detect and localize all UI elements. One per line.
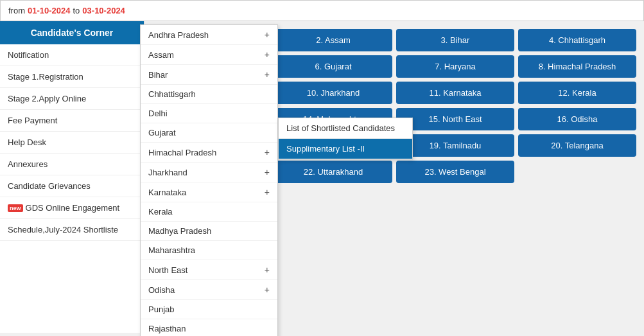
state-btn-8[interactable]: 8. Himachal Pradesh bbox=[518, 55, 636, 78]
expand-icon: + bbox=[265, 49, 270, 60]
dropdown-item-madhya-pradesh[interactable]: Madhya Pradesh bbox=[141, 222, 277, 241]
sub-popup-item-list-of-shortlisted-[interactable]: List of Shortlisted Candidates bbox=[279, 118, 412, 139]
state-btn-16[interactable]: 16. Odisha bbox=[518, 108, 636, 130]
sidebar-item-label: Candidate Grievances bbox=[8, 181, 91, 191]
sidebar-item-fee[interactable]: Fee Payment bbox=[0, 110, 144, 132]
date-prefix: from bbox=[8, 6, 25, 15]
state-btn-4[interactable]: 4. Chhattisgarh bbox=[518, 29, 636, 51]
dropdown-item-label: Maharashtra bbox=[148, 245, 195, 255]
dropdown-menu: Andhra Pradesh+Assam+Bihar+ChhattisgarhD… bbox=[140, 24, 278, 336]
expand-icon: + bbox=[265, 69, 270, 80]
dropdown-item-label: Rajasthan bbox=[148, 324, 186, 333]
sidebar-item-label: Stage 1.Registration bbox=[8, 72, 83, 82]
sidebar-item-label: Stage 2.Apply Online bbox=[8, 94, 86, 103]
dropdown-item-label: Chhattisgarh bbox=[148, 89, 196, 99]
main-layout: Candidate's Corner NotificationStage 1.R… bbox=[0, 21, 644, 333]
state-btn-6[interactable]: 6. Gujarat bbox=[274, 55, 392, 78]
dropdown-item-odisha[interactable]: Odisha+ bbox=[141, 280, 277, 300]
dropdown-item-label: Madhya Pradesh bbox=[148, 226, 211, 236]
dropdown-item-assam[interactable]: Assam+ bbox=[141, 45, 277, 65]
expand-icon: + bbox=[265, 285, 270, 295]
dropdown-item-north-east[interactable]: North East+ bbox=[141, 260, 277, 280]
dropdown-item-delhi[interactable]: Delhi bbox=[141, 104, 277, 123]
date-from: 01-10-2024 bbox=[28, 6, 71, 15]
date-to: 03-10-2024 bbox=[82, 6, 125, 15]
state-btn-15[interactable]: 15. North East bbox=[396, 108, 514, 130]
dropdown-item-rajasthan[interactable]: Rajasthan bbox=[141, 319, 277, 336]
dropdown-item-label: North East bbox=[148, 265, 187, 275]
state-btn-7[interactable]: 7. Haryana bbox=[396, 55, 514, 78]
state-btn-10[interactable]: 10. Jharkhand bbox=[274, 82, 392, 104]
dropdown-item-bihar[interactable]: Bihar+ bbox=[141, 65, 277, 85]
sidebar-item-notification[interactable]: Notification bbox=[0, 44, 144, 66]
dropdown-item-label: Bihar bbox=[148, 70, 168, 80]
sidebar: Candidate's Corner NotificationStage 1.R… bbox=[0, 21, 144, 333]
date-middle: to bbox=[73, 6, 80, 15]
dropdown-item-andhra-pradesh[interactable]: Andhra Pradesh+ bbox=[141, 25, 277, 45]
state-btn-23[interactable]: 23. West Bengal bbox=[396, 161, 514, 183]
dropdown-item-gujarat[interactable]: Gujarat bbox=[141, 123, 277, 143]
state-btn-19[interactable]: 19. Tamilnadu bbox=[396, 134, 514, 157]
new-badge: new bbox=[8, 204, 23, 212]
expand-icon: + bbox=[265, 30, 270, 40]
sidebar-item-stage1[interactable]: Stage 1.Registration bbox=[0, 66, 144, 88]
dropdown-item-label: Kerala bbox=[148, 207, 173, 217]
dropdown-item-kerala[interactable]: Kerala bbox=[141, 202, 277, 222]
dropdown-item-label: Jharkhand bbox=[148, 168, 187, 177]
dropdown-item-jharkhand[interactable]: Jharkhand+ bbox=[141, 163, 277, 182]
state-btn-3[interactable]: 3. Bihar bbox=[396, 29, 514, 51]
dropdown-item-label: Gujarat bbox=[148, 128, 176, 137]
dropdown-item-label: Assam bbox=[148, 50, 174, 60]
dropdown-item-punjab[interactable]: Punjab bbox=[141, 300, 277, 319]
expand-icon: + bbox=[265, 167, 270, 177]
state-btn-24 bbox=[518, 161, 636, 183]
sidebar-item-label: Help Desk bbox=[8, 137, 46, 147]
sidebar-item-label: Notification bbox=[8, 50, 49, 60]
date-bar: from 01-10-2024 to 03-10-2024 bbox=[0, 0, 644, 21]
sidebar-items: NotificationStage 1.RegistrationStage 2.… bbox=[0, 44, 144, 241]
dropdown-item-label: Karnataka bbox=[148, 188, 186, 197]
dropdown-item-chhattisgarh[interactable]: Chhattisgarh bbox=[141, 85, 277, 104]
sub-popup-item-supplimentary-list--[interactable]: Supplimentary List -II bbox=[279, 139, 412, 159]
expand-icon: + bbox=[265, 187, 270, 197]
sub-popup-menu: List of Shortlisted CandidatesSuppliment… bbox=[278, 118, 413, 160]
dropdown-item-label: Delhi bbox=[148, 109, 168, 118]
sidebar-header: Candidate's Corner bbox=[0, 21, 144, 44]
dropdown-item-label: Andhra Pradesh bbox=[148, 30, 209, 40]
state-btn-22[interactable]: 22. Uttarakhand bbox=[274, 161, 392, 183]
dropdown-item-label: Odisha bbox=[148, 285, 175, 295]
expand-icon: + bbox=[265, 265, 270, 275]
sidebar-item-label: GDS Online Engagement bbox=[26, 203, 120, 213]
sidebar-item-grievances[interactable]: Candidate Grievances bbox=[0, 175, 144, 197]
sidebar-item-help[interactable]: Help Desk bbox=[0, 132, 144, 154]
expand-icon: + bbox=[265, 147, 270, 157]
dropdown-item-label: Punjab bbox=[148, 305, 174, 314]
dropdown-item-maharashtra[interactable]: Maharashtra bbox=[141, 241, 277, 260]
sidebar-item-annexures[interactable]: Annexures bbox=[0, 154, 144, 175]
sidebar-item-label: Fee Payment bbox=[8, 116, 57, 125]
sidebar-item-label: Schedule,July-2024 Shortliste bbox=[8, 225, 118, 234]
sidebar-item-label: Annexures bbox=[8, 159, 48, 169]
sidebar-item-schedule[interactable]: Schedule,July-2024 Shortliste bbox=[0, 219, 144, 241]
dropdown-item-himachal-pradesh[interactable]: Himachal Pradesh+ bbox=[141, 143, 277, 163]
state-btn-11[interactable]: 11. Karnataka bbox=[396, 82, 514, 104]
sidebar-item-stage2[interactable]: Stage 2.Apply Online bbox=[0, 88, 144, 110]
dropdown-item-label: Himachal Pradesh bbox=[148, 148, 216, 157]
dropdown-item-karnataka[interactable]: Karnataka+ bbox=[141, 182, 277, 202]
state-btn-2[interactable]: 2. Assam bbox=[274, 29, 392, 51]
state-btn-20[interactable]: 20. Telangana bbox=[518, 134, 636, 157]
sidebar-item-gds[interactable]: newGDS Online Engagement bbox=[0, 197, 144, 219]
state-btn-12[interactable]: 12. Kerala bbox=[518, 82, 636, 104]
